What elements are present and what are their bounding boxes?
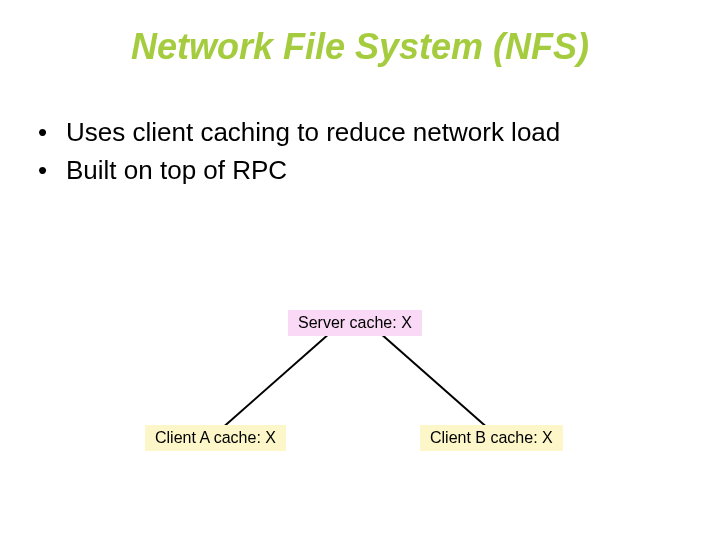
bullet-list: • Uses client caching to reduce network … xyxy=(38,114,690,189)
bullet-text: Uses client caching to reduce network lo… xyxy=(66,114,560,152)
line-server-to-client-a xyxy=(220,333,330,430)
bullet-text: Built on top of RPC xyxy=(66,152,287,190)
server-cache-node: Server cache: X xyxy=(288,310,422,336)
client-b-cache-node: Client B cache: X xyxy=(420,425,563,451)
bullet-item: • Built on top of RPC xyxy=(38,152,690,190)
slide: Network File System (NFS) • Uses client … xyxy=(0,0,720,540)
bullet-dot-icon: • xyxy=(38,114,66,152)
line-server-to-client-b xyxy=(380,333,490,430)
cache-diagram: Server cache: X Client A cache: X Client… xyxy=(0,280,720,500)
client-a-cache-node: Client A cache: X xyxy=(145,425,286,451)
slide-title: Network File System (NFS) xyxy=(0,26,720,68)
bullet-item: • Uses client caching to reduce network … xyxy=(38,114,690,152)
bullet-dot-icon: • xyxy=(38,152,66,190)
